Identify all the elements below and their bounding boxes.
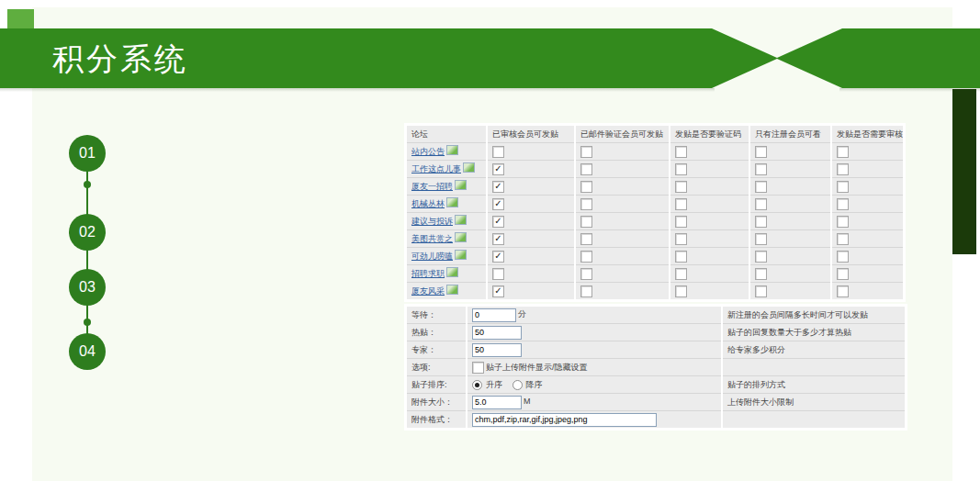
checkbox[interactable] <box>837 163 849 175</box>
checkbox[interactable] <box>755 181 767 193</box>
checkbox[interactable] <box>675 163 687 175</box>
hot-post-threshold-input[interactable] <box>472 326 522 340</box>
form-row-wait: 等待： 分 新注册的会员间隔多长时间才可以发贴 <box>407 307 905 324</box>
field-description: 上传附件大小限制 <box>722 394 905 411</box>
checkbox[interactable] <box>675 233 687 245</box>
timeline-step-label: 03 <box>79 279 96 296</box>
checkbox[interactable] <box>755 198 767 210</box>
field-label: 选项: <box>407 359 467 376</box>
checkbox[interactable] <box>580 233 592 245</box>
checkbox[interactable] <box>755 163 767 175</box>
checkbox[interactable] <box>755 285 767 297</box>
checkbox[interactable] <box>580 251 592 263</box>
checkbox[interactable] <box>675 146 687 158</box>
col-header-needs-moderation: 发贴是否需要审核 <box>831 126 903 143</box>
timeline-step-03: 03 <box>69 269 106 306</box>
checkbox[interactable] <box>492 163 504 175</box>
forum-link[interactable]: 工作这点儿事 <box>411 164 461 173</box>
checkbox[interactable] <box>492 181 504 193</box>
form-row-hot-post: 热贴： 贴子的回复数量大于多少才算热贴 <box>407 324 905 341</box>
checkbox[interactable] <box>837 181 849 193</box>
forum-link[interactable]: 站内公告 <box>411 147 445 156</box>
checkbox[interactable] <box>580 163 592 175</box>
col-header-email-verified-can-post: 已邮件验证会员可发贴 <box>575 126 670 143</box>
checkbox[interactable] <box>492 233 504 245</box>
table-row: 招聘求职 <box>407 265 903 283</box>
field-description: 新注册的会员间隔多长时间才可以发贴 <box>722 307 905 324</box>
expert-points-input[interactable] <box>472 343 522 357</box>
field-label: 贴子排序: <box>407 376 467 394</box>
checkbox[interactable] <box>492 285 504 297</box>
checkbox[interactable] <box>675 268 687 280</box>
forum-icon <box>455 232 467 242</box>
checkbox[interactable] <box>755 251 767 263</box>
unit-suffix: 分 <box>518 309 526 319</box>
table-row: 厦友一招聘 <box>407 178 903 196</box>
table-row: 机械丛林 <box>407 196 903 213</box>
checkbox[interactable] <box>755 268 767 280</box>
field-label: 热贴： <box>407 324 467 341</box>
checkbox[interactable] <box>492 146 504 158</box>
checkbox[interactable] <box>837 251 849 263</box>
checkbox[interactable] <box>580 268 592 280</box>
timeline-step-label: 01 <box>79 145 96 162</box>
checkbox[interactable] <box>755 233 767 245</box>
checkbox-label: 贴子上传附件显示/隐藏设置 <box>486 363 588 372</box>
form-row-attachment-format: 附件格式： <box>407 411 905 429</box>
table-row: 美图共赏之 <box>407 230 903 248</box>
checkbox[interactable] <box>580 285 592 297</box>
checkbox[interactable] <box>755 216 767 228</box>
attachment-size-input[interactable] <box>472 396 522 409</box>
checkbox[interactable] <box>837 285 849 297</box>
checkbox[interactable] <box>675 198 687 210</box>
checkbox[interactable] <box>675 216 687 228</box>
checkbox[interactable] <box>837 146 849 158</box>
checkbox[interactable] <box>837 216 849 228</box>
forum-icon <box>446 267 458 277</box>
table-header-row: 论坛 已审核会员可发贴 已邮件验证会员可发贴 发贴是否要验证码 只有注册会员可看… <box>407 126 903 143</box>
checkbox[interactable] <box>580 216 592 228</box>
table-row: 厦友风采 <box>407 283 903 300</box>
field-description: 贴子的排列方式 <box>722 376 905 394</box>
sort-descending-radio[interactable] <box>513 380 523 390</box>
checkbox[interactable] <box>837 233 849 245</box>
forum-link[interactable]: 美图共赏之 <box>411 234 453 243</box>
checkbox[interactable] <box>492 198 504 210</box>
timeline-step-label: 02 <box>79 224 96 240</box>
sort-ascending-radio[interactable] <box>472 380 482 390</box>
checkbox[interactable] <box>675 251 687 263</box>
checkbox[interactable] <box>580 181 592 193</box>
attachment-display-checkbox[interactable] <box>472 362 484 374</box>
checkbox[interactable] <box>675 285 687 297</box>
field-description: 给专家多少积分 <box>722 341 905 359</box>
wait-minutes-input[interactable] <box>472 308 516 322</box>
radio-label: 降序 <box>526 380 543 389</box>
forum-link[interactable]: 建议与投诉 <box>411 217 453 226</box>
forum-link[interactable]: 可劲儿唠嗑 <box>411 252 453 261</box>
checkbox[interactable] <box>675 181 687 193</box>
attachment-format-input[interactable] <box>472 413 657 427</box>
forum-icon <box>446 145 458 155</box>
form-row-expert: 专家： 给专家多少积分 <box>407 341 905 359</box>
checkbox[interactable] <box>492 251 504 263</box>
forum-icon <box>455 215 467 225</box>
forum-link[interactable]: 招聘求职 <box>411 269 445 278</box>
checkbox[interactable] <box>755 146 767 158</box>
points-settings-form-container: 等待： 分 新注册的会员间隔多长时间才可以发贴 热贴： 贴子的回复数量大于多少才… <box>404 304 907 431</box>
page-title: 积分系统 <box>52 39 188 81</box>
checkbox[interactable] <box>492 268 504 280</box>
field-label: 专家： <box>407 341 467 359</box>
table-row: 站内公告 <box>407 143 903 161</box>
forum-link[interactable]: 厦友风采 <box>411 286 445 296</box>
checkbox[interactable] <box>492 216 504 228</box>
checkbox[interactable] <box>837 268 849 280</box>
forum-link[interactable]: 厦友一招聘 <box>411 182 453 191</box>
checkbox[interactable] <box>580 146 592 158</box>
forum-link[interactable]: 机械丛林 <box>411 199 445 208</box>
right-accent-bar <box>952 89 976 254</box>
banner-shadow <box>0 88 715 92</box>
forum-icon <box>463 162 475 173</box>
checkbox[interactable] <box>580 198 592 210</box>
checkbox[interactable] <box>837 198 849 210</box>
form-row-attachment-size: 附件大小： M 上传附件大小限制 <box>407 394 905 411</box>
